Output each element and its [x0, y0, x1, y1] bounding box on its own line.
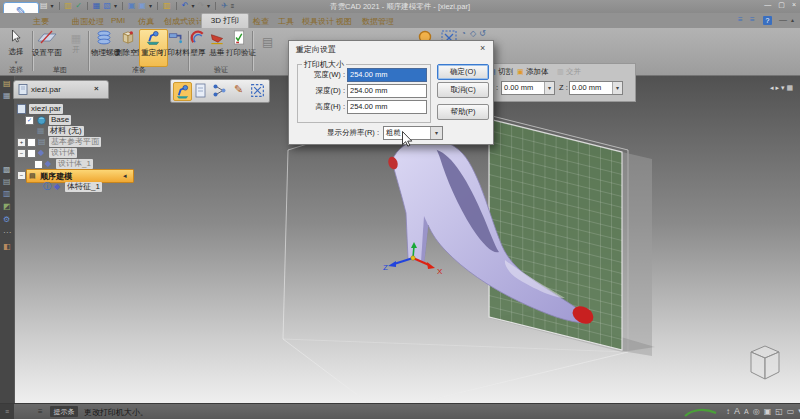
z-coordinate-field[interactable]: 0.00 mm ▾ [569, 81, 623, 95]
tab-surfacing[interactable]: 曲面处理 [72, 16, 104, 27]
physical-threads-button[interactable]: 物理螺纹 [91, 30, 117, 58]
fit-tool-status-icon[interactable]: ▣ [764, 407, 772, 416]
dialog-close-icon[interactable]: × [480, 43, 485, 53]
panel-switch-b-icon[interactable]: ≡ [750, 16, 755, 24]
design-body-expander[interactable]: − [17, 149, 26, 158]
nav-grid-icon[interactable]: ▦ [787, 84, 794, 92]
zoom-area-icon[interactable]: ◔ [461, 30, 466, 38]
ribbon-minimize-icon[interactable]: — [779, 16, 787, 24]
document-tab-close-icon[interactable]: × [94, 84, 99, 93]
y-coordinate-field[interactable]: 0.00 mm ▾ [501, 81, 555, 95]
qat-customize-icon[interactable]: ≡ [231, 3, 235, 9]
zoom-tool-icon[interactable]: ◎ [753, 407, 760, 416]
help-icon[interactable]: ? [763, 16, 772, 25]
ref-planes-checkbox[interactable] [27, 138, 36, 147]
depth-field[interactable]: 254.00 mm [347, 84, 427, 98]
print-icon[interactable]: ▧ [103, 2, 111, 10]
new-document-icon[interactable]: ▤ [40, 2, 48, 10]
text-scale-down-icon[interactable]: A [744, 408, 749, 415]
page-tool-button[interactable] [192, 82, 209, 99]
tab-3d-print-active[interactable]: 3D 打印 [201, 13, 249, 29]
printer-muted-icon[interactable]: ▤ [262, 36, 273, 48]
settings-panel-icon[interactable]: ⚙ [3, 216, 10, 224]
library-panel-icon[interactable]: ▤ [3, 80, 11, 88]
fit-tool-button[interactable] [249, 82, 266, 99]
color-panel-icon[interactable]: ◧ [3, 243, 11, 251]
tab-data-management[interactable]: 数据管理 [362, 16, 394, 27]
minimize-icon[interactable]: — [764, 1, 771, 9]
wall-thickness-button[interactable]: 壁厚 [188, 30, 208, 58]
ribbon-collapse-icon[interactable]: ▴ [791, 17, 794, 23]
help-button[interactable]: 帮助(P) [437, 104, 489, 120]
overhang-button[interactable]: 悬垂 [207, 30, 227, 58]
delete-voids-button[interactable]: 删除空隙 [115, 30, 141, 58]
document-tab[interactable]: xiezi.par × [13, 80, 109, 99]
scroll-updown-icon[interactable]: ↕ [726, 407, 730, 416]
set-plane-button[interactable]: 设置平面 [32, 30, 62, 58]
close-icon[interactable]: × [792, 1, 796, 9]
dialog-title-bar[interactable]: 重定向设置 × [289, 41, 493, 56]
open-icon[interactable]: ▥ [65, 2, 73, 10]
tab-inspect[interactable]: 检查 [253, 16, 269, 27]
add-body-option[interactable]: 添加体 [526, 67, 549, 77]
window-a-icon[interactable]: ▣ [128, 2, 136, 10]
style-tool-button[interactable]: ✎ [230, 82, 247, 99]
print-dropdown-icon[interactable]: ▾ [114, 3, 117, 9]
reorient-active-tool[interactable] [173, 82, 192, 101]
status-corner-icon[interactable]: ≡ [5, 408, 9, 415]
tab-mold-design[interactable]: 模具设计 [302, 16, 334, 27]
text-scale-up-icon[interactable]: A [734, 406, 740, 416]
sketch-tool-icon[interactable]: ◇ [470, 30, 476, 38]
resolution-dropdown-icon[interactable]: ▾ [430, 127, 442, 139]
panel-switch-a-icon[interactable]: ≡ [738, 16, 743, 24]
pan-status-icon[interactable]: ▭ [787, 407, 795, 416]
zoom-area-status-icon[interactable]: ◱ [775, 407, 783, 416]
redo-dropdown-icon[interactable]: ▾ [207, 3, 210, 9]
nav-back-icon[interactable]: ◂ [770, 84, 774, 92]
ordered-collapse-icon[interactable]: ◂ [123, 172, 127, 179]
base-checkbox[interactable]: ✓ [25, 116, 34, 125]
restore-icon[interactable]: ▢ [778, 1, 785, 9]
check-icon[interactable]: ✓ [75, 2, 82, 10]
z-field-dropdown-icon[interactable]: ▾ [612, 82, 622, 94]
ordered-expander[interactable]: − [17, 171, 26, 180]
tab-view[interactable]: 视图 [336, 16, 352, 27]
folder-icon[interactable]: ▥ [163, 2, 171, 10]
ordered-highlight-bar[interactable]: ▤ 顺序建模 ◂ [26, 169, 134, 183]
new-dropdown-icon[interactable]: ▾ [51, 3, 54, 9]
height-field[interactable]: 254.00 mm [347, 100, 427, 114]
undo-icon[interactable]: ↶ [182, 2, 189, 10]
tab-simulation[interactable]: 仿真 [138, 16, 154, 27]
save-icon[interactable]: ▦ [93, 2, 101, 10]
cancel-button[interactable]: 取消(C) [437, 82, 489, 98]
window-controls: — ▢ × [764, 1, 796, 9]
design-body-1-checkbox[interactable] [34, 160, 43, 169]
print-material-button[interactable]: 打印材料 [160, 30, 190, 58]
tab-main[interactable]: 主要 [33, 16, 49, 27]
width-field[interactable]: 254.00 mm [347, 68, 427, 82]
design-body-checkbox[interactable] [27, 149, 36, 158]
cut-option[interactable]: 切割 [498, 67, 513, 77]
nav-dropdown-icon[interactable]: ▾ [781, 84, 785, 92]
window-dropdown-icon[interactable]: ▾ [149, 3, 152, 9]
ok-button[interactable]: 确定(O) [437, 64, 489, 80]
render-panel-icon[interactable]: ◩ [3, 203, 11, 211]
window-b-icon[interactable]: ▣ [139, 2, 147, 10]
more-panel-icon[interactable]: ⋯ [3, 229, 11, 237]
undo-dropdown-icon[interactable]: ▾ [191, 3, 194, 9]
select-button[interactable]: 选择 ▾ [1, 30, 31, 66]
nav-forward-icon[interactable]: ▸ [776, 84, 780, 92]
style-tool-icon: ✎ [234, 84, 243, 95]
tab-tools[interactable]: 工具 [278, 16, 294, 27]
view-cube[interactable] [751, 346, 779, 379]
y-field-dropdown-icon[interactable]: ▾ [544, 82, 554, 94]
tab-generative-design[interactable]: 创成式设计 [164, 16, 204, 27]
send-icon[interactable]: ✈ [221, 2, 228, 10]
ref-planes-expander[interactable]: + [17, 138, 26, 147]
print-validation-button[interactable]: 打印验证 [226, 30, 252, 58]
hierarchy-tool-button[interactable] [211, 82, 228, 99]
layers-panel-icon[interactable]: ▦ [3, 92, 11, 100]
redo-icon[interactable]: ↷ [197, 2, 204, 10]
rotate-ccw-icon[interactable]: ↺ [479, 30, 486, 38]
tab-pmi[interactable]: PMI [111, 16, 125, 25]
